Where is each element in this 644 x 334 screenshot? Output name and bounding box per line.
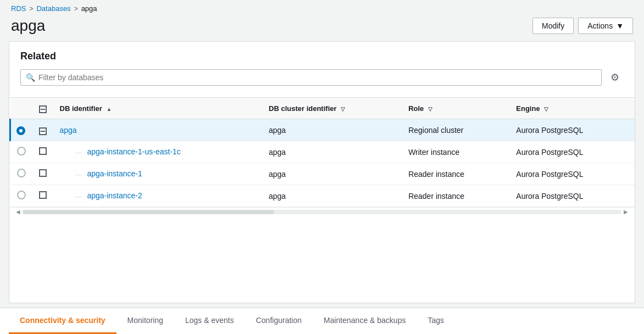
col-role[interactable]: Role ▽: [402, 98, 509, 119]
bottom-tabs: Connectivity & security Monitoring Logs …: [0, 308, 644, 334]
checkbox-instance-1[interactable]: [39, 169, 47, 177]
modify-button[interactable]: Modify: [532, 18, 574, 34]
main-card: Related 🔍 ⚙: [9, 41, 635, 303]
db-identifier-link-instance-2[interactable]: apga-instance-2: [87, 191, 142, 200]
db-identifier-instance-2[interactable]: — apga-instance-2: [53, 185, 263, 207]
breadcrumb-rds[interactable]: RDS: [11, 4, 26, 13]
checkbox-apga[interactable]: [39, 127, 47, 135]
breadcrumb-sep-2: >: [74, 5, 78, 13]
role-instance-1: Reader instance: [402, 163, 509, 185]
tab-tags[interactable]: Tags: [417, 308, 455, 334]
scroll-right-arrow[interactable]: ▶: [624, 209, 628, 215]
breadcrumb-current: apga: [81, 4, 97, 13]
tab-connectivity-security[interactable]: Connectivity & security: [9, 308, 116, 334]
header-checkbox[interactable]: [39, 105, 47, 113]
col-cluster-identifier-label: DB cluster identifier: [269, 104, 337, 113]
radio-instance-2[interactable]: [17, 191, 26, 199]
table-wrap: DB identifier ▲ DB cluster identifier ▽ …: [9, 97, 635, 207]
db-identifier-instance-1[interactable]: — apga-instance-1: [53, 163, 263, 185]
breadcrumb-databases[interactable]: Databases: [36, 4, 70, 13]
search-icon: 🔍: [26, 73, 35, 82]
cluster-identifier-instance-1c: apga: [262, 141, 402, 163]
checkbox-cell-instance-1c[interactable]: [32, 141, 53, 163]
cluster-identifier-instance-1: apga: [262, 163, 402, 185]
col-db-identifier[interactable]: DB identifier ▲: [53, 98, 263, 119]
tab-maintenance-backups[interactable]: Maintenance & backups: [313, 308, 417, 334]
radio-instance-1c[interactable]: [17, 147, 26, 155]
search-row: 🔍 ⚙: [20, 69, 624, 86]
radio-cell-apga[interactable]: [10, 119, 32, 141]
checkbox-instance-2[interactable]: [39, 191, 47, 199]
col-role-label: Role: [408, 104, 424, 113]
col-db-identifier-label: DB identifier: [60, 104, 102, 113]
table-row: — apga-instance-1 apga Reader instance A…: [10, 163, 635, 185]
related-title: Related: [20, 51, 624, 62]
databases-table: DB identifier ▲ DB cluster identifier ▽ …: [9, 98, 635, 207]
radio-cell-instance-1c[interactable]: [10, 141, 32, 163]
engine-instance-1c: Aurora PostgreSQL: [509, 141, 635, 163]
sort-asc-icon: ▲: [106, 106, 112, 112]
checkbox-instance-1c[interactable]: [39, 147, 47, 155]
table-header-row: DB identifier ▲ DB cluster identifier ▽ …: [10, 98, 635, 119]
search-input[interactable]: [20, 69, 602, 86]
role-apga: Regional cluster: [402, 119, 509, 141]
engine-instance-2: Aurora PostgreSQL: [509, 185, 635, 207]
db-identifier-apga[interactable]: apga: [53, 119, 263, 141]
radio-instance-1[interactable]: [17, 169, 26, 177]
sort-none-icon-engine: ▽: [544, 106, 548, 112]
col-engine[interactable]: Engine ▽: [509, 98, 635, 119]
radio-cell-instance-2[interactable]: [10, 185, 32, 207]
tree-line-icon: —: [75, 193, 82, 201]
table-row: — apga-instance-2 apga Reader instance A…: [10, 185, 635, 207]
page-title: apga: [11, 17, 45, 35]
radio-apga[interactable]: [16, 126, 25, 135]
sort-none-icon-cluster: ▽: [341, 106, 345, 112]
breadcrumb: RDS > Databases > apga: [0, 0, 644, 15]
db-identifier-instance-1c[interactable]: — apga-instance-1-us-east-1c: [53, 141, 263, 163]
tree-line-icon: —: [75, 171, 82, 179]
role-instance-2: Reader instance: [402, 185, 509, 207]
table-row: apga apga Regional cluster Aurora Postgr…: [10, 119, 635, 141]
actions-chevron-icon: ▼: [616, 21, 624, 30]
settings-icon-button[interactable]: ⚙: [606, 69, 624, 86]
scroll-thumb[interactable]: [23, 210, 274, 214]
scroll-track[interactable]: [23, 210, 621, 214]
tree-line-icon: —: [75, 149, 82, 157]
tab-monitoring[interactable]: Monitoring: [116, 308, 174, 334]
header-actions: Modify Actions ▼: [532, 18, 633, 34]
page-wrapper: RDS > Databases > apga apga Modify Actio…: [0, 0, 644, 334]
col-checkbox: [32, 98, 53, 119]
cluster-identifier-apga: apga: [262, 119, 402, 141]
radio-cell-instance-1[interactable]: [10, 163, 32, 185]
cluster-identifier-instance-2: apga: [262, 185, 402, 207]
gear-icon: ⚙: [610, 71, 619, 84]
search-input-wrap: 🔍: [20, 69, 602, 86]
col-engine-label: Engine: [516, 104, 540, 113]
checkbox-cell-instance-2[interactable]: [32, 185, 53, 207]
card-inner: Related 🔍 ⚙: [9, 42, 635, 97]
sort-none-icon-role: ▽: [428, 106, 432, 112]
horizontal-scrollbar[interactable]: ◀ ▶: [9, 207, 635, 216]
role-instance-1c: Writer instance: [402, 141, 509, 163]
actions-label: Actions: [587, 21, 613, 30]
col-cluster-identifier[interactable]: DB cluster identifier ▽: [262, 98, 402, 119]
tab-logs-events[interactable]: Logs & events: [174, 308, 245, 334]
breadcrumb-sep-1: >: [29, 5, 33, 13]
db-identifier-link-instance-1[interactable]: apga-instance-1: [87, 169, 142, 178]
db-identifier-link-instance-1c[interactable]: apga-instance-1-us-east-1c: [87, 147, 180, 156]
engine-instance-1: Aurora PostgreSQL: [509, 163, 635, 185]
scroll-left-arrow[interactable]: ◀: [16, 209, 20, 215]
checkbox-cell-instance-1[interactable]: [32, 163, 53, 185]
actions-button[interactable]: Actions ▼: [578, 18, 633, 34]
tab-configuration[interactable]: Configuration: [245, 308, 313, 334]
table-row: — apga-instance-1-us-east-1c apga Writer…: [10, 141, 635, 163]
engine-apga: Aurora PostgreSQL: [509, 119, 635, 141]
page-header: apga Modify Actions ▼: [0, 15, 644, 41]
col-radio: [10, 98, 32, 119]
db-identifier-link-apga[interactable]: apga: [60, 126, 77, 135]
checkbox-cell-apga[interactable]: [32, 119, 53, 141]
